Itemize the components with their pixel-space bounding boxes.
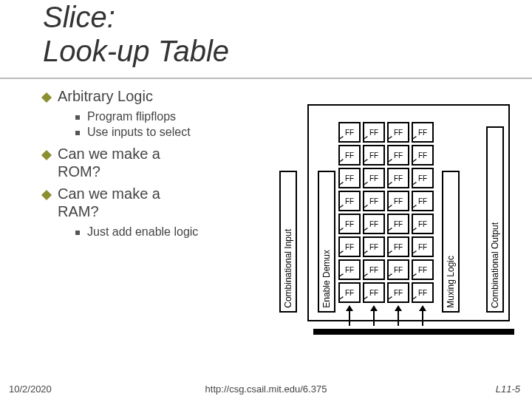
square-icon (75, 231, 80, 235)
diamond-icon (41, 150, 52, 160)
enable-demux-box: Enable Demux (318, 171, 335, 313)
flipflop-cell: FF (412, 145, 434, 166)
bullet-ram: Can we make a RAM? (43, 185, 287, 220)
flipflop-cell: FF (338, 282, 361, 303)
flipflop-cell: FF (338, 236, 361, 257)
flipflop-cell: FF (412, 214, 434, 234)
bullet-text-l2: ROM? (58, 163, 100, 180)
flipflop-cell: FF (363, 145, 385, 166)
flipflop-cell: FF (387, 259, 409, 280)
subbullet-just-add-enable: Just add enable logic (75, 225, 287, 239)
flipflop-cell: FF (387, 145, 409, 166)
flipflop-cell: FF (387, 122, 409, 143)
diamond-icon (41, 92, 52, 103)
flipflop-cell: FF (363, 259, 385, 280)
bullet-rom: Can we make a ROM? (43, 145, 287, 180)
flipflop-cell: FF (412, 282, 434, 303)
footer-page: L11-5 (496, 383, 520, 395)
flipflop-cell: FF (363, 122, 385, 143)
title-line-1: Slice: (43, 1, 115, 33)
square-icon (75, 115, 80, 120)
flipflop-cell: FF (412, 236, 434, 257)
flipflop-cell: FF (338, 168, 361, 188)
clock-stem (387, 307, 409, 326)
clock-stem (363, 307, 385, 326)
lookup-table-diagram: Combinational Input Enable Demux Muxing … (273, 107, 510, 344)
flipflop-cell: FF (338, 145, 361, 166)
flipflop-cell: FF (387, 214, 409, 234)
diamond-icon (41, 190, 52, 200)
flipflop-cell: FF (363, 214, 385, 234)
footer-url: http://csg.csail.mit.edu/6.375 (0, 383, 532, 395)
combinational-output-box: Combinational Output (486, 126, 504, 313)
square-icon (75, 131, 80, 135)
bullet-arbitrary-logic: Arbitrary Logic (43, 87, 287, 105)
bullet-text-l2: RAM? (58, 203, 99, 219)
flipflop-cell: FF (412, 191, 434, 211)
title-line-2: Look-up Table (43, 35, 229, 67)
flipflop-cell: FF (338, 191, 361, 211)
subbullet-use-inputs: Use inputs to select (75, 125, 287, 139)
clock-stem (412, 307, 434, 326)
flipflop-grid: FFFFFFFFFFFFFFFFFFFFFFFFFFFFFFFFFFFFFFFF… (338, 122, 436, 308)
flipflop-cell: FF (338, 214, 361, 234)
flipflop-cell: FF (363, 191, 385, 211)
flipflop-cell: FF (363, 236, 385, 257)
flipflop-cell: FF (363, 168, 385, 188)
sub-text: Just add enable logic (87, 225, 198, 238)
flipflop-cell: FF (387, 168, 409, 188)
slide: Slice: Look-up Table Arbitrary Logic Pro… (0, 0, 532, 399)
combinational-input-box: Combinational Input (279, 171, 297, 313)
sub-text: Use inputs to select (87, 126, 191, 138)
flipflop-cell: FF (338, 259, 361, 280)
clock-bus (313, 329, 514, 335)
sub-text: Program flipflops (87, 110, 176, 123)
bullet-text-l1: Can we make a (58, 185, 160, 202)
combinational-input-label: Combinational Input (283, 226, 293, 311)
clock-stem (338, 307, 361, 326)
muxing-logic-label: Muxing Logic (446, 253, 456, 311)
flipflop-cell: FF (363, 282, 385, 303)
flipflop-cell: FF (387, 236, 409, 257)
subbullet-program-flipflops: Program flipflops (75, 109, 287, 123)
combinational-output-label: Combinational Output (490, 219, 500, 311)
title-rule (0, 78, 532, 79)
enable-demux-label: Enable Demux (321, 247, 332, 311)
clock-stems (338, 307, 436, 326)
flipflop-cell: FF (338, 122, 361, 143)
bullet-list: Arbitrary Logic Program flipflops Use in… (43, 87, 287, 241)
muxing-logic-box: Muxing Logic (442, 171, 460, 313)
flipflop-cell: FF (412, 168, 434, 188)
slide-title: Slice: Look-up Table (43, 0, 229, 68)
flipflop-cell: FF (387, 282, 409, 303)
flipflop-cell: FF (412, 259, 434, 280)
bullet-text: Arbitrary Logic (58, 88, 153, 104)
flipflop-cell: FF (387, 191, 409, 211)
bullet-text-l1: Can we make a (58, 146, 160, 162)
flipflop-cell: FF (412, 122, 434, 143)
